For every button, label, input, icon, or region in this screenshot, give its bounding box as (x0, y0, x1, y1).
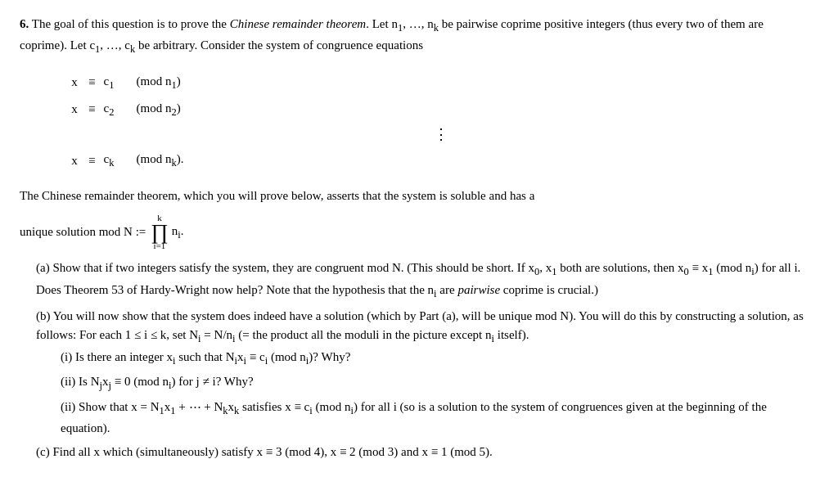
part-a-label: (a) (36, 261, 52, 274)
part-a-text: Show that if two integers satisfy the sy… (36, 261, 800, 295)
product-symbol: ∏ (151, 223, 168, 241)
congruence-equiv-k: ≡ (88, 148, 95, 173)
product-var: ni. (172, 220, 184, 245)
theorem-name: Chinese remainder theorem (230, 17, 366, 30)
congruence-mod-2: (mod n2) (136, 96, 180, 123)
part-b-ii-label: (ii) (61, 375, 79, 388)
solution-text: The Chinese remainder theorem, which you… (20, 185, 805, 207)
part-b-iii: (ii) Show that x = N1x1 + ⋯ + Nkxk satis… (61, 398, 805, 439)
part-b-i-label: (i) (61, 350, 75, 363)
part-b-label: (b) (36, 309, 53, 322)
part-c-label: (c) (36, 445, 52, 458)
part-b-i: (i) Is there an integer xi such that Nix… (61, 348, 805, 369)
vertical-dots: ⋮ (77, 123, 805, 147)
product-bottom: i=1 (154, 241, 166, 250)
congruence-equiv-2: ≡ (88, 97, 95, 121)
congruence-var-1: x (69, 70, 80, 94)
congruence-mod-1: (mod n1) (136, 69, 180, 96)
congruence-row-2: x ≡ c2 (mod n2) (69, 96, 805, 123)
part-b-ii-text: Is Njxj ≡ 0 (mod ni) for j ≠ i? Why? (79, 375, 254, 388)
part-a: (a) Show that if two integers satisfy th… (36, 259, 805, 302)
congruence-row-k: x ≡ ck (mod nk). (69, 146, 805, 173)
theorem-assertion: The Chinese remainder theorem, which you… (20, 185, 534, 207)
congruence-system: x ≡ c1 (mod n1) x ≡ c2 (mod n2) ⋮ x ≡ ck… (69, 69, 805, 174)
unique-solution-text: unique solution mod N := (20, 221, 146, 243)
congruence-var-k: x (69, 148, 80, 173)
part-c-text: Find all x which (simultaneously) satisf… (52, 445, 492, 458)
problem-intro: 6. The goal of this question is to prove… (20, 15, 805, 57)
part-b: (b) You will now show that the system do… (36, 307, 805, 438)
congruence-mod-k: (mod nk). (136, 146, 183, 173)
congruence-row-1: x ≡ c1 (mod n1) (69, 69, 805, 96)
problem-number: 6. (20, 17, 29, 30)
congruence-rhs-k: ck (103, 146, 121, 173)
congruence-rhs-2: c2 (103, 96, 121, 123)
congruence-var-2: x (69, 97, 80, 121)
part-b-iii-text: Show that x = N1x1 + ⋯ + Nkxk satisfies … (61, 400, 767, 434)
part-b-text: You will now show that the system does i… (36, 309, 804, 341)
unique-solution-line: unique solution mod N := k ∏ i=1 ni. (20, 214, 805, 250)
parts-list: (a) Show that if two integers satisfy th… (36, 259, 805, 461)
part-b-subitems: (i) Is there an integer xi such that Nix… (61, 348, 805, 438)
main-content: 6. The goal of this question is to prove… (20, 15, 805, 461)
congruence-rhs-1: c1 (103, 69, 121, 96)
part-c: (c) Find all x which (simultaneously) sa… (36, 443, 805, 461)
product-notation: k ∏ i=1 (151, 214, 168, 250)
part-b-iii-label: (ii) (61, 400, 79, 413)
congruence-equiv-1: ≡ (88, 70, 95, 94)
part-b-i-text: Is there an integer xi such that Nixi ≡ … (75, 350, 350, 363)
part-b-ii: (ii) Is Njxj ≡ 0 (mod ni) for j ≠ i? Why… (61, 372, 805, 394)
